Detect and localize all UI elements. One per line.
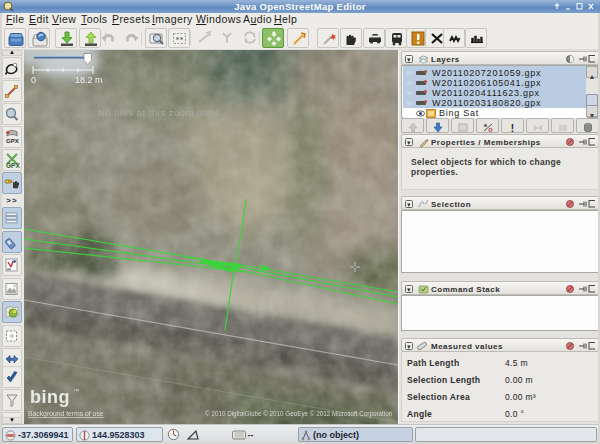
svg-text:--: -- xyxy=(248,430,254,440)
svg-text:™: ™ xyxy=(73,388,79,394)
svg-text:GPX: GPX xyxy=(6,138,19,144)
svg-text:0: 0 xyxy=(31,75,36,85)
svg-text:bing: bing xyxy=(30,387,70,407)
svg-text:GPX: GPX xyxy=(6,162,20,169)
svg-text:© 2010 DigitalGlobe © 2010 Geo: © 2010 DigitalGlobe © 2010 GeoEye © 2012… xyxy=(205,410,393,418)
svg-text:Background terms of use: Background terms of use xyxy=(28,410,104,418)
svg-text:No tiles at this zoom level: No tiles at this zoom level xyxy=(98,107,219,118)
svg-text:18.2 m: 18.2 m xyxy=(75,75,103,85)
